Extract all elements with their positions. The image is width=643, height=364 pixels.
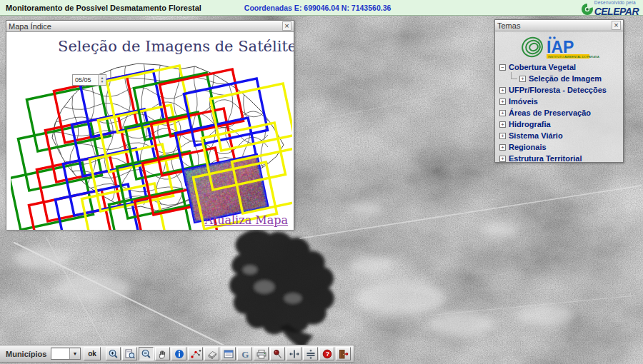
map-index-dialog: Mapa Índice × Seleção de Imagens de Saté… (6, 20, 294, 230)
zoom-in-button[interactable] (106, 347, 121, 360)
iap-logo-subtext: INSTITUTO AMBIENTAL DO PARANÁ (548, 55, 599, 59)
developer-name: CELEPAR (594, 6, 639, 16)
map-index-heading: Seleção de Imagens de Satélite - (6, 38, 294, 55)
print-button[interactable] (254, 347, 269, 360)
expand-icon[interactable]: + (499, 133, 506, 139)
svg-text:?: ? (325, 350, 329, 358)
fit-width-icon (289, 349, 300, 359)
collapse-icon[interactable]: − (499, 64, 506, 71)
tree-item-areas-de-preservacao[interactable]: + Áreas de Preservação (495, 107, 623, 118)
celepar-logo-icon (580, 1, 594, 16)
erase-button[interactable] (204, 347, 219, 360)
celepar-logo: Desenvolvido pela CELEPAR (580, 1, 639, 16)
spinner-arrows-icon[interactable]: ▲▼ (98, 75, 106, 85)
municipios-dropdown[interactable]: ▼ (51, 348, 81, 360)
iap-logo: IAP INSTITUTO AMBIENTAL DO PARANÁ (517, 33, 602, 61)
app-title: Monitoramento de Possivel Desmatamento F… (6, 4, 201, 12)
tree-item-hidrografia[interactable]: + Hidrografia (495, 118, 623, 130)
google-button[interactable]: G (237, 347, 252, 360)
coordinates-readout: Coordenadas E: 699046.04 N: 7143560.36 (244, 4, 391, 12)
pushpin-icon (272, 349, 284, 359)
expand-icon[interactable]: + (499, 87, 506, 93)
chevron-down-icon[interactable]: ▼ (69, 348, 80, 359)
iap-logo-text: IAP (547, 38, 574, 56)
tree-item-cobertura-vegetal[interactable]: − Cobertura Vegetal (495, 61, 623, 73)
tree-branch-line (511, 72, 517, 79)
temas-body: IAP INSTITUTO AMBIENTAL DO PARANÁ − Cobe… (495, 31, 623, 163)
ok-button[interactable]: ok (84, 347, 101, 360)
atualiza-mapa-link[interactable]: Atualiza Mapa (204, 213, 288, 227)
header-bar: Monitoramento de Possivel Desmatamento F… (0, 0, 643, 16)
expand-icon[interactable]: + (499, 121, 506, 128)
eraser-icon (206, 349, 218, 359)
attribute-table-button[interactable] (221, 347, 236, 360)
help-icon: ? (322, 349, 333, 359)
municipios-label: Municípios (6, 350, 46, 358)
zoom-out-button[interactable] (139, 347, 154, 360)
expand-icon[interactable]: + (499, 144, 506, 151)
expand-icon[interactable]: + (499, 98, 506, 105)
municipios-dropdown-value[interactable] (51, 348, 69, 359)
zoom-in-icon (108, 349, 119, 359)
map-index-title: Mapa Índice (9, 22, 282, 31)
tree-item-regionais[interactable]: + Regionais (495, 141, 623, 153)
info-icon (174, 349, 185, 359)
help-button[interactable]: ? (319, 347, 334, 360)
printer-icon (256, 349, 267, 359)
temas-panel: Temas × IAP INSTITUTO AMBIENTAL DO PARAN… (494, 19, 624, 163)
pan-hand-icon (157, 349, 169, 359)
scene-footprints (11, 66, 292, 230)
tree-item-imoveis[interactable]: + Imóveis (495, 96, 623, 107)
expand-icon[interactable]: + (519, 76, 526, 82)
expand-icon[interactable]: + (499, 110, 506, 116)
fit-height-icon (305, 349, 316, 359)
letter-g-icon: G (239, 349, 251, 359)
close-icon[interactable]: × (282, 21, 291, 31)
tree-item-sistema-viario[interactable]: + Sistema Viário (495, 130, 623, 141)
close-icon[interactable]: × (612, 21, 621, 30)
fit-width-button[interactable] (286, 347, 301, 360)
measure-icon (190, 349, 201, 359)
marker-button[interactable] (270, 347, 285, 360)
developer-label: Desenvolvido pela (594, 1, 636, 6)
pan-button[interactable] (155, 347, 170, 360)
zoom-full-extent-button[interactable] (122, 347, 137, 360)
tree-item-ufpr-floresta[interactable]: + UFPr/Floresta - Detecções (495, 84, 623, 96)
map-index-body: Seleção de Imagens de Satélite - 05/05 ▲… (6, 32, 294, 230)
expand-icon[interactable]: + (499, 156, 506, 162)
map-index-titlebar[interactable]: Mapa Índice × (6, 21, 294, 32)
identify-button[interactable] (171, 347, 186, 360)
zoom-full-extent-icon (124, 349, 136, 359)
date-spinner[interactable]: 05/05 ▲▼ (72, 74, 106, 86)
exit-button[interactable] (336, 347, 351, 360)
fit-height-button[interactable] (303, 347, 318, 360)
scene-footprint-map[interactable] (11, 58, 292, 230)
temas-title: Temas (497, 21, 612, 30)
tree-item-estrutura-territorial[interactable]: + Estrutura Territorial (495, 153, 623, 164)
measure-button[interactable] (188, 347, 203, 360)
temas-titlebar[interactable]: Temas × (495, 20, 623, 31)
zoom-out-icon (141, 349, 152, 359)
map-toolbar: Municípios ▼ ok (0, 345, 354, 363)
exit-door-icon (338, 349, 349, 359)
tree-item-selecao-de-imagem[interactable]: + Seleção de Imagem (495, 73, 623, 84)
application-window: Monitoramento de Possivel Desmatamento F… (0, 0, 643, 364)
table-window-icon (223, 349, 234, 359)
svg-text:G: G (241, 349, 249, 359)
date-value[interactable]: 05/05 (73, 76, 98, 84)
